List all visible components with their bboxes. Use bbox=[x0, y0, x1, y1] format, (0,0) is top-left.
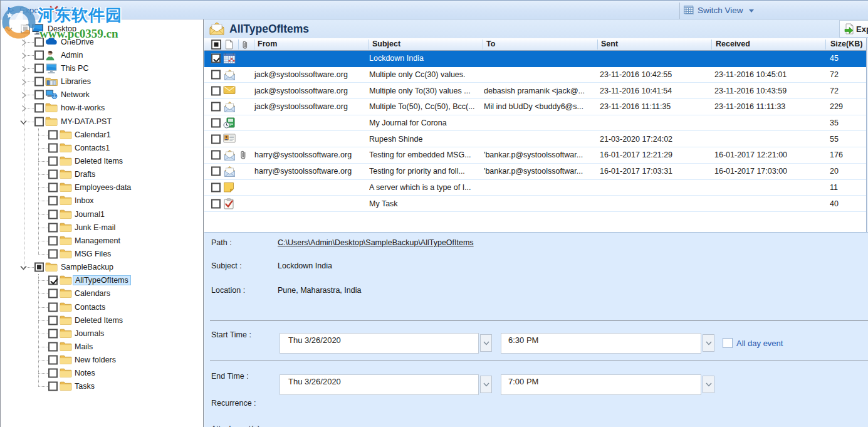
tree-checkbox[interactable] bbox=[34, 77, 44, 87]
tree-item-samplebackup[interactable]: SampleBackup bbox=[1, 261, 203, 274]
end-date-dropdown-button[interactable] bbox=[480, 376, 492, 393]
tree-checkbox[interactable] bbox=[21, 24, 30, 33]
tree-item-label[interactable]: Admin bbox=[59, 50, 85, 60]
tree-item-new-folders[interactable]: New folders bbox=[1, 354, 203, 367]
tree-item-label[interactable]: how-it-works bbox=[59, 103, 107, 113]
tree-item-drafts[interactable]: Drafts bbox=[1, 168, 203, 181]
row-checkbox[interactable] bbox=[211, 54, 221, 63]
tree-item-management[interactable]: Management bbox=[1, 234, 203, 247]
tree-item-journals[interactable]: Journals bbox=[1, 327, 203, 340]
tree-item-label[interactable]: Contacts bbox=[73, 302, 107, 312]
tree-checkbox[interactable] bbox=[48, 329, 58, 338]
tree-item-journal1[interactable]: Journal1 bbox=[1, 208, 203, 221]
end-time-dropdown-button[interactable] bbox=[703, 376, 714, 393]
column-header-from[interactable]: From bbox=[258, 40, 277, 48]
column-header-received[interactable]: Received bbox=[716, 40, 750, 48]
export-button[interactable]: Export bbox=[839, 20, 868, 38]
tree-item-employees-data[interactable]: Employees-data bbox=[1, 181, 203, 194]
tree-checkbox[interactable] bbox=[48, 276, 58, 285]
tree-item-deleted-items[interactable]: Deleted Items bbox=[1, 314, 203, 327]
tree-checkbox[interactable] bbox=[48, 382, 58, 391]
row-checkbox[interactable] bbox=[211, 150, 221, 160]
tree-item-deleted-items[interactable]: Deleted Items bbox=[1, 154, 203, 167]
tree-checkbox[interactable] bbox=[34, 50, 44, 60]
list-row[interactable]: harry@systoolssoftware.orgTesting for pr… bbox=[204, 164, 866, 180]
list-row[interactable]: jack@systoolssoftware.orgMultiple only C… bbox=[204, 67, 866, 83]
menu-export[interactable]: Export bbox=[7, 1, 44, 19]
tree-item-msg-files[interactable]: MSG Files bbox=[1, 247, 203, 260]
tree-checkbox[interactable] bbox=[48, 223, 58, 232]
tree-checkbox[interactable] bbox=[34, 263, 44, 272]
tree-item-label[interactable]: MSG Files bbox=[73, 249, 113, 259]
list-row[interactable]: My Journal for Corona35 bbox=[204, 115, 866, 132]
list-row[interactable]: A server which is a type of I...11 bbox=[204, 180, 866, 196]
tree-checkbox[interactable] bbox=[48, 315, 58, 325]
column-header-subject[interactable]: Subject bbox=[372, 40, 400, 48]
tree-item-label[interactable]: Calendars bbox=[73, 288, 112, 298]
tree-item-label[interactable]: Desktop bbox=[46, 24, 78, 34]
item-type-column-icon[interactable] bbox=[224, 40, 234, 52]
tree-item-notes[interactable]: Notes bbox=[1, 367, 203, 380]
tree-item-label[interactable]: OneDrive bbox=[59, 37, 96, 47]
tree-item-label[interactable]: Calendar1 bbox=[73, 130, 113, 140]
list-row[interactable]: harry@systoolssoftware.orgTesting for em… bbox=[204, 147, 866, 164]
tree-item-contacts[interactable]: Contacts bbox=[1, 300, 203, 314]
tree-item-label[interactable]: New folders bbox=[73, 355, 118, 365]
tree-checkbox[interactable] bbox=[48, 196, 58, 206]
tree-checkbox[interactable] bbox=[34, 90, 44, 100]
tree-item-label[interactable]: This PC bbox=[59, 63, 90, 73]
tree-item-onedrive[interactable]: OneDrive bbox=[1, 35, 203, 48]
row-checkbox[interactable] bbox=[211, 199, 221, 208]
list-row[interactable]: Rupesh Shinde21-03-2020 17:24:0255 bbox=[204, 131, 866, 147]
menu-switch-view[interactable]: Switch View bbox=[683, 1, 754, 19]
tree-item-label[interactable]: AllTypeOfItems bbox=[73, 275, 131, 285]
tree-item-inbox[interactable]: Inbox bbox=[1, 194, 203, 208]
tree-checkbox[interactable] bbox=[48, 369, 58, 378]
tree-item-how-it-works[interactable]: how-it-works bbox=[1, 102, 203, 115]
list-row[interactable]: My Task40 bbox=[204, 196, 866, 212]
start-date-picker[interactable]: Thu 3/26/2020 bbox=[280, 333, 479, 354]
tree-item-label[interactable]: Network bbox=[59, 90, 92, 100]
tree-checkbox[interactable] bbox=[48, 236, 58, 245]
start-time-picker[interactable]: 6:30 PM bbox=[501, 333, 701, 354]
tree-checkbox[interactable] bbox=[48, 302, 58, 312]
tree-item-contacts1[interactable]: Contacts1 bbox=[1, 141, 203, 154]
tree-checkbox[interactable] bbox=[34, 117, 44, 126]
tree-item-my-data-pst[interactable]: MY-DATA.PST bbox=[1, 115, 203, 128]
tree-item-label[interactable]: Management bbox=[73, 236, 122, 246]
select-all-icon[interactable] bbox=[211, 40, 221, 52]
tree-item-mails[interactable]: Mails bbox=[1, 340, 203, 353]
tree-item-label[interactable]: Drafts bbox=[73, 169, 97, 179]
start-time-dropdown-button[interactable] bbox=[703, 334, 714, 352]
column-header-to[interactable]: To bbox=[486, 40, 495, 48]
column-header-size[interactable]: Size(KB) bbox=[830, 40, 862, 48]
tree-item-calendars[interactable]: Calendars bbox=[1, 287, 203, 300]
all-day-event-checkbox[interactable] bbox=[723, 338, 733, 348]
row-checkbox[interactable] bbox=[211, 182, 221, 192]
tree-item-tasks[interactable]: Tasks bbox=[1, 380, 203, 393]
tree-item-label[interactable]: Employees-data bbox=[73, 182, 133, 192]
tree-item-calendar1[interactable]: Calendar1 bbox=[1, 128, 203, 141]
tree-checkbox[interactable] bbox=[48, 143, 58, 152]
tree-item-label[interactable]: Tasks bbox=[73, 381, 97, 391]
tree-item-label[interactable]: Deleted Items bbox=[73, 156, 125, 166]
row-checkbox[interactable] bbox=[211, 134, 221, 144]
row-checkbox[interactable] bbox=[211, 167, 221, 176]
tree-item-libraries[interactable]: Libraries bbox=[1, 75, 203, 88]
tree-item-junk-e-mail[interactable]: Junk E-mail bbox=[1, 221, 203, 234]
tree-checkbox[interactable] bbox=[34, 103, 44, 113]
start-date-dropdown-button[interactable] bbox=[480, 334, 492, 352]
tree-checkbox[interactable] bbox=[48, 249, 58, 258]
tree-checkbox[interactable] bbox=[34, 63, 44, 73]
tree-checkbox[interactable] bbox=[48, 170, 58, 179]
list-row[interactable]: jack@systoolssoftware.orgMultiple only T… bbox=[204, 83, 866, 99]
tree-item-this-pc[interactable]: This PC bbox=[1, 61, 203, 75]
row-checkbox[interactable] bbox=[211, 70, 221, 80]
tree-item-admin[interactable]: Admin bbox=[1, 48, 203, 61]
path-value[interactable]: C:\Users\Admin\Desktop\SampleBackup\AllT… bbox=[278, 238, 474, 247]
row-checkbox[interactable] bbox=[211, 119, 221, 128]
list-row[interactable]: jack@systoolssoftware.orgMultiple To(50)… bbox=[204, 99, 866, 115]
tree-checkbox[interactable] bbox=[48, 130, 58, 139]
tree-item-label[interactable]: MY-DATA.PST bbox=[59, 117, 113, 127]
row-checkbox[interactable] bbox=[211, 86, 221, 95]
